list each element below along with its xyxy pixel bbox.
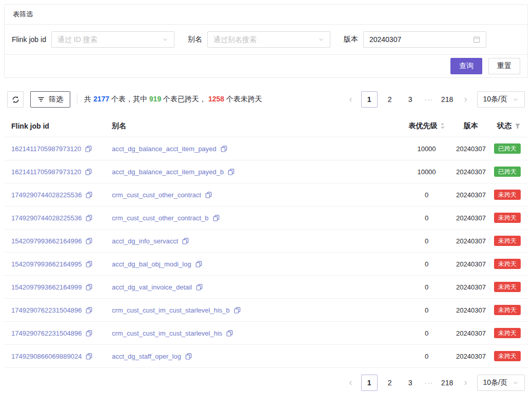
job-id-link[interactable]: 1749290762231504896	[11, 306, 82, 314]
sort-icon[interactable]	[440, 122, 445, 129]
job-id-link[interactable]: 1749290744028225536	[11, 191, 82, 199]
copy-icon[interactable]	[86, 330, 92, 337]
alias-link[interactable]: acct_dg_bal_obj_modi_log	[112, 260, 191, 268]
cell-flink-job-id: 1542097993662164995	[11, 260, 112, 268]
cell-version: 20240307	[451, 191, 491, 199]
query-button[interactable]: 查询	[450, 58, 482, 74]
cell-flink-job-id: 1542097993662164996	[11, 237, 112, 245]
copy-icon[interactable]	[85, 169, 92, 175]
page-button-3[interactable]: 3	[402, 375, 419, 391]
page-button-1[interactable]: 1	[361, 375, 378, 391]
copy-icon[interactable]	[86, 353, 92, 360]
col-header-priority[interactable]: 表优先级	[402, 121, 451, 131]
table-row: 1749290744028225536 crm_cust_cust_other_…	[4, 206, 528, 230]
table-row: 1749290866069889024 acct_dg_staff_oper_l…	[4, 345, 528, 368]
refresh-button[interactable]	[7, 91, 24, 108]
version-input[interactable]	[369, 35, 469, 44]
cell-status: 未跨天	[491, 305, 521, 315]
table-row: 1621411705987973120 acct_dg_balance_acct…	[4, 160, 528, 183]
alias-link[interactable]: acct_dg_balance_acct_item_payed	[112, 145, 216, 153]
page-size-select[interactable]: 10条/页	[477, 91, 525, 108]
copy-icon[interactable]	[195, 261, 202, 267]
page-button-2[interactable]: 2	[382, 375, 398, 391]
alias-link[interactable]: acct_dg_staff_oper_log	[112, 353, 181, 360]
copy-icon[interactable]	[205, 192, 212, 198]
copy-icon[interactable]	[196, 284, 203, 291]
filter-actions-row: 查询 重置	[5, 55, 527, 77]
table-row: 1542097993662164995 acct_dg_bal_obj_modi…	[4, 253, 528, 276]
page-button-218[interactable]: 218	[439, 91, 456, 108]
alias-input[interactable]	[213, 35, 314, 44]
job-id-link[interactable]: 1621411705987973120	[11, 168, 81, 176]
copy-icon[interactable]	[86, 261, 92, 267]
copy-icon[interactable]	[85, 146, 92, 152]
job-id-link[interactable]: 1542097993662164999	[11, 283, 82, 291]
status-badge: 未跨天	[494, 213, 521, 223]
prev-page-button[interactable]: ‹	[345, 91, 357, 108]
alias-field: 别名	[188, 31, 330, 48]
copy-icon[interactable]	[213, 215, 220, 221]
alias-link[interactable]: acct_dg_vat_invoice_detail	[112, 283, 192, 291]
page-ellipsis[interactable]: ···	[423, 95, 435, 104]
copy-icon[interactable]	[234, 307, 241, 314]
copy-icon[interactable]	[86, 284, 92, 291]
copy-icon[interactable]	[86, 192, 92, 198]
flink-job-id-input[interactable]	[57, 35, 158, 44]
table-row: 1542097993662164996 acct_dg_info_servacc…	[4, 230, 528, 253]
page-ellipsis[interactable]: ···	[423, 379, 435, 387]
filter-toggle-label: 筛选	[49, 95, 63, 104]
job-id-link[interactable]: 1749290744028225536	[11, 214, 82, 222]
table-row: 1749290762231504896 crm_cust_cust_im_cus…	[4, 299, 528, 322]
copy-icon[interactable]	[226, 330, 233, 337]
cell-alias: acct_dg_balance_acct_item_payed	[112, 145, 402, 153]
page-button-3[interactable]: 3	[402, 91, 419, 108]
alias-link[interactable]: crm_cust_cust_other_contract_b	[112, 214, 209, 222]
copy-icon[interactable]	[182, 238, 189, 244]
next-page-button[interactable]: ›	[460, 91, 472, 108]
cell-alias: crm_cust_cust_other_contract_b	[112, 214, 402, 222]
page-button-2[interactable]: 2	[382, 91, 398, 108]
funnel-filter-icon[interactable]	[515, 123, 521, 129]
page-button-1[interactable]: 1	[361, 91, 378, 108]
cell-version: 20240307	[451, 353, 491, 360]
flink-job-id-select[interactable]	[51, 31, 174, 48]
cell-priority: 10000	[402, 168, 451, 176]
job-id-link[interactable]: 1542097993662164996	[11, 237, 82, 245]
alias-link[interactable]: crm_cust_cust_other_contract	[112, 191, 201, 199]
copy-icon[interactable]	[221, 146, 227, 152]
job-id-link[interactable]: 1621411705987973120	[11, 145, 81, 153]
table-row: 1542097993662164999 acct_dg_vat_invoice_…	[4, 276, 528, 299]
copy-icon[interactable]	[86, 307, 92, 314]
alias-link[interactable]: crm_cust_cust_im_cust_starlevel_his	[112, 329, 222, 337]
status-badge: 未跨天	[494, 305, 521, 315]
job-id-link[interactable]: 1749290762231504896	[11, 329, 82, 337]
col-header-status[interactable]: 状态	[491, 121, 521, 131]
cell-status: 已跨天	[491, 167, 521, 177]
alias-link[interactable]: crm_cust_cust_im_cust_starlevel_his_b	[112, 306, 230, 314]
col-header-alias: 别名	[112, 121, 402, 131]
alias-link[interactable]: acct_dg_info_servacct	[112, 237, 178, 245]
alias-select[interactable]	[207, 31, 330, 48]
copy-icon[interactable]	[228, 169, 234, 175]
version-date-picker[interactable]	[363, 31, 486, 48]
copy-icon[interactable]	[86, 215, 92, 221]
next-page-button[interactable]: ›	[460, 375, 472, 391]
job-id-link[interactable]: 1542097993662164995	[11, 260, 82, 268]
copy-icon[interactable]	[185, 353, 192, 360]
cell-flink-job-id: 1542097993662164999	[11, 283, 112, 291]
summary-text: 共	[84, 95, 93, 103]
filter-toggle-button[interactable]: 筛选	[30, 91, 70, 108]
prev-page-button[interactable]: ‹	[345, 375, 357, 391]
cell-flink-job-id: 1621411705987973120	[11, 145, 112, 153]
col-header-flink-job-id: Flink job id	[11, 122, 112, 130]
flink-job-id-label: Flink job id	[12, 35, 46, 44]
copy-icon[interactable]	[86, 238, 92, 244]
page-size-select[interactable]: 10条/页	[477, 375, 525, 391]
priority-header-label: 表优先级	[409, 121, 438, 131]
results-table: Flink job id 别名 表优先级 版本 状态 1621411705987…	[4, 115, 528, 368]
cell-alias: acct_dg_bal_obj_modi_log	[112, 260, 402, 268]
page-button-218[interactable]: 218	[439, 375, 456, 391]
alias-link[interactable]: acct_dg_balance_acct_item_payed_b	[112, 168, 224, 176]
job-id-link[interactable]: 1749290866069889024	[11, 353, 82, 360]
reset-button[interactable]: 重置	[488, 58, 520, 74]
